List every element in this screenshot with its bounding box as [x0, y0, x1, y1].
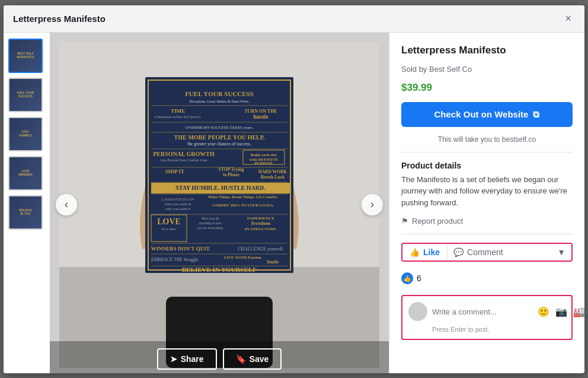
checkout-button[interactable]: Check Out on Website ⧉ [401, 102, 573, 127]
main-image-area: FUEL YOUR SUCCESS Discipline, Great Habi… [50, 33, 389, 373]
thumbnail-strip: BEST SELFMANIFESTO FUEL YOURSUCCESS STAY… [4, 33, 50, 373]
emoji-button[interactable]: 🙂 [536, 305, 551, 319]
svg-text:to Please: to Please [223, 172, 240, 177]
comment-hint: Press Enter to post. [408, 326, 565, 333]
checkout-label: Check Out on Website [434, 109, 529, 119]
checkout-sublabel: This will take you to bestself.co [401, 135, 573, 144]
share-label: Share [181, 354, 204, 364]
prev-image-button[interactable]: ‹ [56, 194, 77, 215]
save-button[interactable]: 🔖 Save [223, 348, 282, 370]
svg-text:Breeds Luck: Breeds Luck [261, 174, 285, 180]
svg-text:THE MORE PEOPLE YOU HELP,: THE MORE PEOPLE YOU HELP, [174, 134, 265, 141]
svg-text:BELIEVE IN YOURSELF: BELIEVE IN YOURSELF [182, 266, 257, 273]
svg-text:Discipline, Great Habits & Har: Discipline, Great Habits & Hard Work. [189, 99, 250, 103]
svg-text:hustle: hustle [253, 113, 269, 120]
svg-text:HARD WORK: HARD WORK [258, 169, 287, 174]
dropdown-chevron-icon: ▼ [557, 247, 565, 257]
svg-text:STAY HUMBLE. HUSTLE HARD.: STAY HUMBLE. HUSTLE HARD. [175, 185, 266, 191]
comment-input-row: 🙂 📷 🏭 [408, 302, 565, 321]
svg-text:Make Things. Break Things. Get: Make Things. Break Things. Get Creative. [208, 195, 278, 199]
svg-text:IN STRUCTURE.: IN STRUCTURE. [245, 227, 277, 231]
svg-text:PURPOSE: PURPOSE [255, 161, 273, 165]
comment-input-area: 🙂 📷 🏭 Press Enter to post. [401, 295, 573, 340]
product-image-svg: FUEL YOUR SUCCESS Discipline, Great Habi… [59, 42, 379, 368]
like-count-label: 6 [417, 274, 421, 283]
svg-text:SHIP IT: SHIP IT [165, 169, 184, 174]
product-image: FUEL YOUR SUCCESS Discipline, Great Habi… [50, 33, 389, 373]
like-count-icon: 👍 [401, 272, 413, 284]
product-modal: Letterpress Manifesto × BEST SELFMANIFES… [4, 5, 584, 373]
save-label: Save [250, 354, 269, 364]
svg-text:LIVE WITH Passion.: LIVE WITH Passion. [224, 255, 263, 260]
report-label: Report product [412, 217, 463, 225]
product-right-panel: Letterpress Manifesto Sold by Best Self … [389, 33, 584, 373]
close-button[interactable]: × [561, 11, 575, 26]
divider-2 [401, 234, 573, 234]
svg-text:what you want &: what you want & [165, 202, 191, 206]
svg-text:EMBRACE THE Struggle: EMBRACE THE Struggle [151, 257, 199, 262]
svg-text:How you do: How you do [202, 217, 219, 220]
like-label: Like [423, 247, 440, 257]
social-action-bar: 👍 Like 💬 Comment ▼ [401, 243, 573, 262]
comment-label: Comment [467, 247, 503, 257]
share-button[interactable]: ➤ Share [157, 348, 217, 370]
comment-icon-group: 🙂 📷 🏭 [536, 305, 584, 319]
product-details-text: The Manifesto is a set of beliefs we beg… [401, 174, 573, 209]
thumbnail-4[interactable]: LOVEWINNERS [8, 156, 43, 190]
external-link-icon: ⧉ [533, 109, 539, 120]
report-product-link[interactable]: ⚑ Report product [401, 217, 573, 225]
svg-text:TIME: TIME [171, 108, 185, 114]
modal-title: Letterpress Manifesto [13, 14, 106, 24]
svg-text:the greater your chances of su: the greater your chances of success. [187, 141, 251, 147]
svg-text:OVERNIGHT SUCCESS TAKES years.: OVERNIGHT SUCCESS TAKES years. [186, 125, 254, 130]
svg-text:why you want it: why you want it [165, 207, 190, 211]
comment-toggle[interactable]: 💬 Comment ▼ [448, 244, 571, 261]
image-action-bar: ➤ Share 🔖 Save [50, 341, 389, 373]
photo-button[interactable]: 📷 [554, 305, 568, 319]
gif-button[interactable]: 🏭 [572, 305, 584, 319]
comment-input[interactable] [432, 307, 532, 316]
svg-text:freedom: freedom [251, 220, 270, 226]
svg-text:LASER-FOCUS ON: LASER-FOCUS ON [162, 197, 194, 201]
svg-text:WINNERS DON'T QUIT.: WINNERS DON'T QUIT. [151, 246, 210, 252]
thumbnail-2[interactable]: FUEL YOURSUCCESS [8, 78, 43, 112]
modal-body: BEST SELFMANIFESTO FUEL YOURSUCCESS STAY… [4, 33, 584, 373]
next-image-button[interactable]: › [362, 194, 383, 215]
svg-text:you do everything.: you do everything. [197, 226, 224, 230]
svg-text:STOP Trying: STOP Trying [219, 167, 244, 172]
like-count-row: 👍 6 [401, 270, 573, 287]
svg-text:LOVE: LOVE [157, 217, 181, 226]
svg-text:Do it often.: Do it often. [161, 227, 177, 231]
product-price: $39.99 [401, 82, 573, 94]
svg-text:COMMIT 100% TO YOUR GOALS.: COMMIT 100% TO YOUR GOALS. [212, 203, 274, 207]
flag-icon: ⚑ [401, 217, 408, 225]
thumbnail-3[interactable]: STAYHUMBLE [8, 117, 43, 151]
comment-icon: 💬 [453, 247, 464, 257]
bookmark-icon: 🔖 [236, 354, 246, 364]
user-avatar [408, 302, 427, 321]
modal-header: Letterpress Manifesto × [4, 5, 584, 33]
thumbnail-1[interactable]: BEST SELFMANIFESTO [8, 39, 43, 73]
thumbnail-5[interactable]: BELIEVEIN YOU [8, 195, 43, 230]
thumbs-up-icon: 👍 [410, 247, 420, 257]
svg-text:is Intentional on How You Spen: is Intentional on How You Spend It. [154, 115, 202, 119]
modal-overlay: Letterpress Manifesto × BEST SELFMANIFES… [0, 0, 588, 378]
svg-text:PERSONAL GROWTH: PERSONAL GROWTH [153, 151, 215, 157]
svg-text:FUEL YOUR SUCCESS: FUEL YOUR SUCCESS [185, 90, 254, 97]
product-seller: Sold by Best Self Co [401, 65, 573, 74]
svg-text:Begin each day: Begin each day [250, 153, 277, 157]
svg-text:CHALLENGE yourself.: CHALLENGE yourself. [238, 246, 284, 252]
share-icon: ➤ [170, 354, 177, 364]
divider-1 [401, 152, 573, 153]
svg-text:Smile: Smile [266, 259, 279, 265]
like-button[interactable]: 👍 Like [402, 244, 448, 261]
product-details-title: Product details [401, 161, 573, 170]
svg-text:Lies Beyond Your Comfort Zone: Lies Beyond Your Comfort Zone [160, 158, 207, 162]
product-title: Letterpress Manifesto [401, 45, 573, 56]
svg-text:anything is how: anything is how [199, 221, 222, 225]
